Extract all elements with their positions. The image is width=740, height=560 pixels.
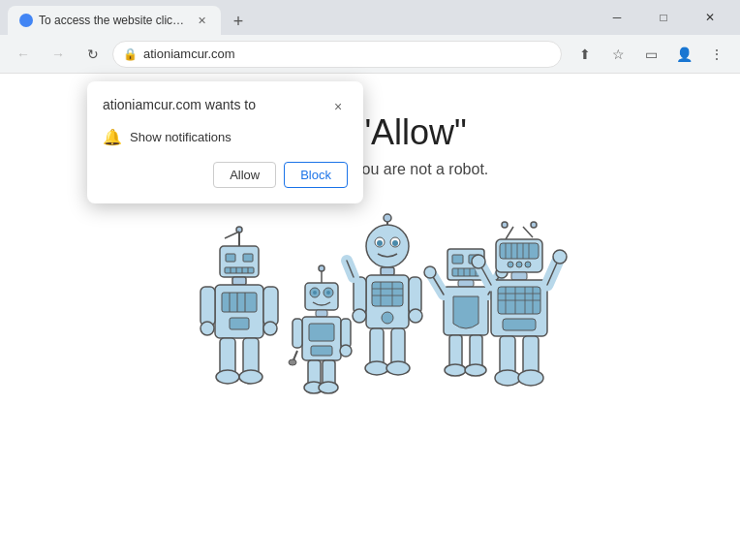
- svg-point-48: [366, 225, 409, 267]
- tab-area: To access the website click the "A ✕ +: [8, 0, 591, 35]
- new-tab-button[interactable]: +: [225, 8, 252, 35]
- allow-button[interactable]: Allow: [213, 162, 276, 188]
- svg-rect-17: [230, 318, 249, 329]
- forward-button[interactable]: →: [43, 39, 74, 70]
- tab-favicon-icon: [19, 14, 33, 27]
- svg-rect-5: [243, 254, 253, 262]
- svg-rect-36: [311, 346, 332, 356]
- svg-rect-38: [341, 319, 351, 348]
- svg-point-31: [313, 291, 317, 295]
- address-bar[interactable]: 🔒 ationiamcur.com: [112, 41, 562, 68]
- svg-point-120: [553, 250, 567, 264]
- svg-rect-13: [222, 293, 257, 312]
- svg-point-21: [263, 322, 277, 335]
- menu-button[interactable]: ⋮: [701, 39, 732, 70]
- svg-point-47: [384, 214, 391, 222]
- svg-rect-55: [372, 282, 403, 306]
- robots-illustration: [186, 217, 554, 391]
- svg-point-102: [508, 262, 513, 267]
- svg-point-52: [392, 240, 398, 246]
- svg-point-69: [365, 361, 388, 375]
- active-tab[interactable]: To access the website click the "A ✕: [8, 6, 221, 35]
- svg-point-60: [382, 312, 393, 324]
- close-button[interactable]: ✕: [688, 0, 732, 35]
- popup-notification-text: Show notifications: [130, 130, 231, 144]
- window-controls: ─ □ ✕: [595, 0, 732, 35]
- svg-point-104: [525, 262, 531, 267]
- block-button[interactable]: Block: [284, 162, 348, 188]
- svg-rect-28: [305, 283, 338, 310]
- bell-icon: 🔔: [103, 128, 122, 146]
- svg-point-65: [353, 309, 366, 323]
- popup-notification-row: 🔔 Show notifications: [103, 128, 348, 146]
- svg-point-123: [495, 370, 520, 386]
- svg-rect-11: [232, 277, 246, 285]
- svg-point-103: [516, 262, 522, 267]
- lock-icon: 🔒: [123, 47, 138, 61]
- popup-buttons: Allow Block: [103, 162, 348, 188]
- share-button[interactable]: ⬆: [570, 39, 601, 70]
- address-text: ationiamcur.com: [143, 47, 551, 61]
- svg-point-27: [319, 265, 324, 271]
- svg-point-89: [445, 364, 466, 376]
- reload-button[interactable]: ↻: [77, 39, 108, 70]
- svg-point-70: [386, 361, 410, 375]
- bookmark-button[interactable]: ☆: [602, 39, 633, 70]
- svg-point-51: [377, 240, 383, 246]
- svg-point-32: [326, 291, 330, 295]
- svg-point-25: [239, 370, 262, 384]
- svg-point-41: [340, 345, 352, 357]
- popup-title: ationiamcur.com wants to: [103, 97, 256, 112]
- svg-rect-4: [226, 254, 235, 262]
- svg-rect-18: [200, 287, 215, 326]
- tab-title: To access the website click the "A: [39, 14, 188, 27]
- title-bar: To access the website click the "A ✕ + ─…: [0, 0, 740, 35]
- svg-rect-105: [511, 272, 527, 280]
- svg-line-91: [506, 227, 513, 239]
- svg-line-2: [225, 232, 239, 238]
- profile-button[interactable]: 👤: [668, 39, 699, 70]
- svg-point-90: [465, 364, 486, 376]
- sidebar-button[interactable]: ▭: [635, 39, 666, 70]
- svg-point-40: [289, 359, 296, 365]
- svg-rect-72: [452, 255, 463, 264]
- svg-rect-35: [309, 324, 334, 341]
- svg-rect-79: [458, 280, 474, 287]
- svg-rect-6: [225, 267, 254, 273]
- svg-point-24: [216, 370, 239, 384]
- back-button[interactable]: ←: [8, 39, 39, 70]
- svg-line-93: [523, 227, 533, 237]
- robots-svg: [186, 217, 554, 391]
- svg-point-66: [409, 309, 422, 323]
- page-content: ationiamcur.com wants to × 🔔 Show notifi…: [0, 74, 740, 560]
- navigation-bar: ← → ↻ 🔒 ationiamcur.com ⬆ ☆ ▭ 👤: [0, 35, 740, 74]
- popup-header: ationiamcur.com wants to ×: [103, 97, 348, 116]
- svg-rect-53: [381, 267, 394, 275]
- svg-point-45: [319, 382, 338, 393]
- popup-close-button[interactable]: ×: [328, 97, 348, 116]
- svg-rect-19: [263, 287, 278, 326]
- svg-rect-114: [503, 319, 536, 330]
- nav-right-controls: ⬆ ☆ ▭ 👤 ⋮: [570, 39, 732, 70]
- tab-close-button[interactable]: ✕: [194, 13, 209, 28]
- svg-point-20: [200, 322, 214, 335]
- svg-rect-33: [316, 310, 327, 317]
- svg-point-92: [502, 222, 508, 228]
- svg-point-94: [531, 222, 537, 228]
- notification-popup: ationiamcur.com wants to × 🔔 Show notifi…: [87, 81, 363, 203]
- svg-point-83: [424, 266, 436, 278]
- maximize-button[interactable]: □: [641, 0, 686, 35]
- minimize-button[interactable]: ─: [595, 0, 639, 35]
- svg-rect-37: [293, 319, 302, 348]
- browser-window: To access the website click the "A ✕ + ─…: [0, 0, 740, 560]
- svg-point-117: [472, 255, 485, 268]
- svg-point-124: [518, 370, 543, 386]
